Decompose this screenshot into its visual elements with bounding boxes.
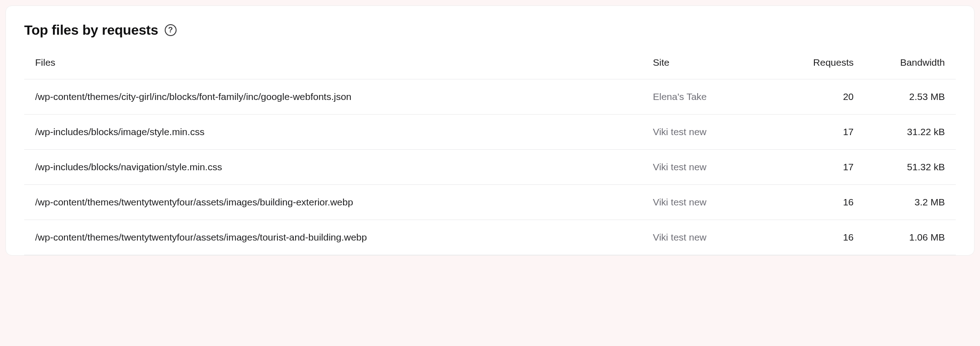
cell-requests: 17 (762, 126, 854, 137)
card-header: Top files by requests ? (24, 22, 956, 38)
table-row: /wp-content/themes/city-girl/inc/blocks/… (24, 79, 956, 115)
files-table: Files Site Requests Bandwidth /wp-conten… (24, 57, 956, 255)
table-header-row: Files Site Requests Bandwidth (24, 57, 956, 79)
table-row: /wp-content/themes/twentytwentyfour/asse… (24, 220, 956, 255)
cell-bandwidth: 3.2 MB (854, 197, 945, 208)
cell-site: Elena's Take (653, 91, 762, 102)
cell-file: /wp-includes/blocks/navigation/style.min… (35, 162, 653, 173)
cell-site: Viki test new (653, 126, 762, 137)
card-title: Top files by requests (24, 22, 158, 38)
cell-site: Viki test new (653, 197, 762, 208)
cell-requests: 17 (762, 162, 854, 173)
cell-bandwidth: 51.32 kB (854, 162, 945, 173)
column-header-bandwidth: Bandwidth (854, 57, 945, 68)
cell-file: /wp-content/themes/twentytwentyfour/asse… (35, 197, 653, 208)
cell-site: Viki test new (653, 162, 762, 173)
table-row: /wp-includes/blocks/image/style.min.css … (24, 115, 956, 150)
cell-requests: 16 (762, 232, 854, 243)
top-files-card: Top files by requests ? Files Site Reque… (5, 5, 975, 256)
help-icon[interactable]: ? (165, 24, 177, 36)
table-row: /wp-includes/blocks/navigation/style.min… (24, 150, 956, 185)
column-header-site: Site (653, 57, 762, 68)
cell-file: /wp-content/themes/twentytwentyfour/asse… (35, 232, 653, 243)
cell-requests: 16 (762, 197, 854, 208)
cell-bandwidth: 31.22 kB (854, 126, 945, 137)
column-header-files: Files (35, 57, 653, 68)
cell-bandwidth: 1.06 MB (854, 232, 945, 243)
column-header-requests: Requests (762, 57, 854, 68)
cell-file: /wp-includes/blocks/image/style.min.css (35, 126, 653, 137)
table-row: /wp-content/themes/twentytwentyfour/asse… (24, 185, 956, 220)
cell-file: /wp-content/themes/city-girl/inc/blocks/… (35, 91, 653, 102)
cell-requests: 20 (762, 91, 854, 102)
cell-site: Viki test new (653, 232, 762, 243)
cell-bandwidth: 2.53 MB (854, 91, 945, 102)
